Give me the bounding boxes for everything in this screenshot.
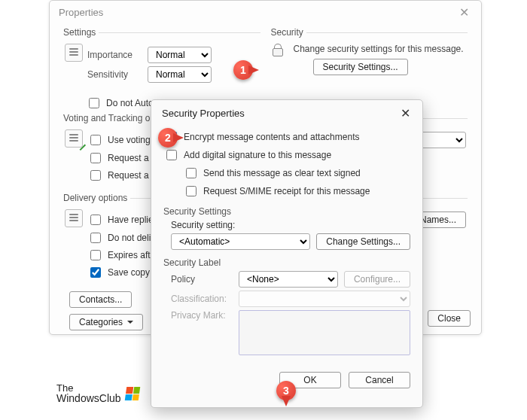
windows-flag-icon [124,387,140,400]
voting-buttons-checkbox[interactable] [90,135,101,145]
security-settings-button[interactable]: Security Settings... [313,59,408,75]
save-copy-checkbox[interactable] [90,267,101,278]
sign-label: Add digital signature to this message [184,150,331,160]
security-settings-heading: Security Settings [163,206,410,217]
contacts-button[interactable]: Contacts... [69,291,132,308]
sign-checkbox[interactable] [166,150,177,160]
tracking-icon [65,129,83,148]
replies-checkbox[interactable] [90,215,101,225]
importance-select[interactable]: Normal [148,47,212,63]
security-properties-title: Security Properties [162,108,245,119]
configure-button: Configure... [344,271,410,288]
annotation-1: 1 [233,60,253,80]
thewindowsclub-logo: The WindowsClub [56,381,139,406]
settings-legend: Settings [63,27,99,38]
cleartext-label: Send this message as clear text signed [203,168,361,178]
settings-group: Settings Importance Normal Sensitivity [63,27,260,89]
delivery-legend: Delivery options [63,193,130,203]
security-properties-dialog: Security Properties ✕ Encrypt message co… [151,99,423,408]
encrypt-label: Encrypt message contents and attachments [184,132,359,142]
autoarchive-checkbox[interactable] [89,98,99,108]
close-icon[interactable]: ✕ [396,106,415,120]
security-setting-label: Security setting: [171,220,235,230]
cancel-button[interactable]: Cancel [349,372,410,388]
security-text: Change security settings for this messag… [294,44,464,54]
smime-checkbox[interactable] [186,186,196,196]
annotation-2: 2 [158,128,178,148]
sensitivity-label: Sensitivity [87,69,142,80]
settings-icon [65,44,83,62]
policy-label: Policy [171,274,233,285]
delivery-receipt-checkbox[interactable] [90,153,101,163]
lock-icon [273,44,283,56]
change-settings-button[interactable]: Change Settings... [316,233,410,250]
delivery-icon [65,209,83,227]
annotation-3: 3 [276,381,296,400]
privacy-mark-label: Privacy Mark: [171,310,233,321]
classification-select [239,291,410,307]
brand-line1: The [56,383,121,394]
classification-label: Classification: [171,294,233,304]
properties-title: Properties [59,7,103,18]
categories-button[interactable]: Categories [69,314,143,330]
read-receipt-checkbox[interactable] [90,170,101,181]
deliver-before-checkbox[interactable] [90,233,101,243]
security-settings-section: Security Settings Security setting: <Aut… [163,206,410,250]
sensitivity-select[interactable]: Normal [148,66,212,83]
security-label-section: Security Label Policy <None> Configure..… [163,257,410,355]
close-button[interactable]: Close [428,310,471,327]
brand-line2: WindowsClub [56,393,121,404]
smime-label: Request S/MIME receipt for this message [203,186,370,196]
importance-label: Importance [87,50,142,60]
policy-select[interactable]: <None> [239,271,338,288]
cleartext-checkbox[interactable] [186,168,196,178]
security-group: Security Change security settings for th… [271,27,468,89]
security-setting-select[interactable]: <Automatic> [171,233,310,250]
close-icon[interactable]: ✕ [456,5,472,20]
security-label-heading: Security Label [163,257,410,268]
expires-checkbox[interactable] [90,250,101,260]
security-legend: Security [271,27,306,38]
privacy-mark-textarea [239,310,410,355]
